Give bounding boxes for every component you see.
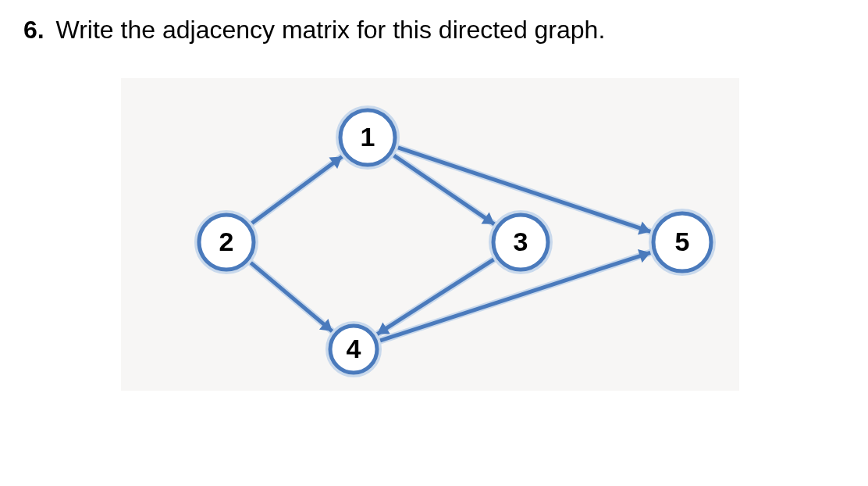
edge-2-4 (251, 263, 332, 331)
question-text: 6. Write the adjacency matrix for this d… (23, 16, 605, 45)
page: 6. Write the adjacency matrix for this d… (0, 0, 868, 486)
nodes-group: 12345 (196, 107, 714, 376)
node-5: 5 (650, 210, 714, 274)
node-label-5: 5 (675, 227, 690, 256)
node-1: 1 (337, 107, 398, 168)
edge-2-1 (252, 156, 342, 223)
node-4: 4 (327, 323, 380, 376)
question-body: Write the adjacency matrix for this dire… (56, 16, 606, 44)
question-number: 6. (23, 16, 44, 44)
node-label-4: 4 (347, 334, 361, 363)
graph-figure: 12345 (121, 78, 739, 391)
node-label-1: 1 (361, 122, 375, 152)
node-label-3: 3 (514, 227, 528, 256)
node-2: 2 (196, 212, 257, 273)
node-3: 3 (490, 212, 551, 273)
node-label-2: 2 (219, 227, 234, 256)
edges-group (251, 148, 650, 341)
graph-svg: 12345 (121, 78, 739, 391)
